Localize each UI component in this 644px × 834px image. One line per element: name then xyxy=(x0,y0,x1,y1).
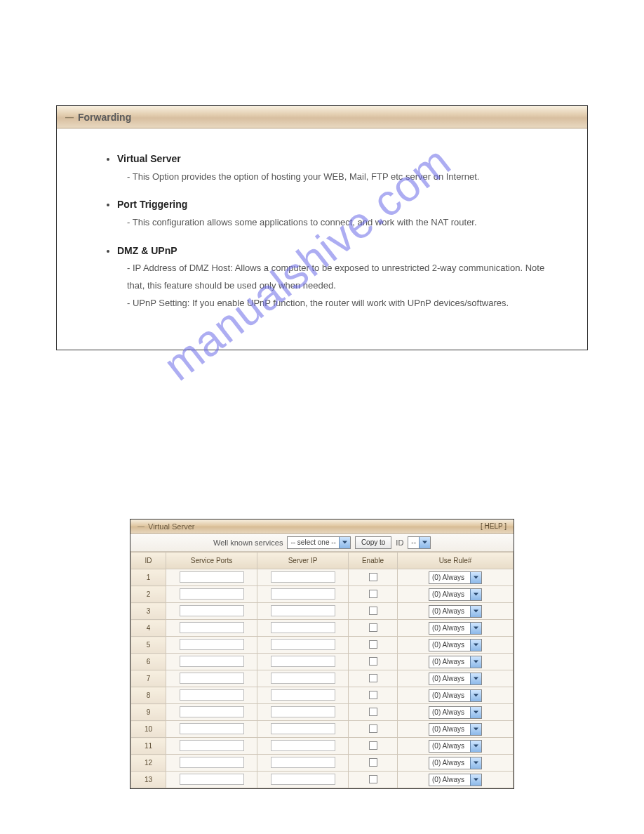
enable-checkbox[interactable] xyxy=(369,691,377,699)
service-ports-input[interactable] xyxy=(180,757,244,768)
chevron-down-icon xyxy=(470,690,481,701)
service-ports-input[interactable] xyxy=(180,723,244,734)
virtual-server-table: ID Service Ports Server IP Enable Use Ru… xyxy=(130,552,514,788)
cell-server-ip xyxy=(257,721,349,738)
row-id: 7 xyxy=(131,670,166,687)
row-id: 5 xyxy=(131,637,166,654)
chevron-down-icon xyxy=(470,757,481,769)
cell-use-rule: (0) Always xyxy=(398,755,514,772)
forwarding-panel: — Forwarding Virtual Server - This Optio… xyxy=(56,105,588,350)
service-ports-input[interactable] xyxy=(180,605,244,616)
table-row: 2(0) Always xyxy=(131,586,514,603)
use-rule-select[interactable]: (0) Always xyxy=(429,605,482,618)
server-ip-input[interactable] xyxy=(271,757,335,768)
virtual-server-toolbar: Well known services -- select one -- Cop… xyxy=(130,534,514,552)
collapse-icon[interactable]: — xyxy=(65,112,74,122)
service-ports-input[interactable] xyxy=(180,656,244,667)
cell-server-ip xyxy=(257,687,349,704)
forwarding-panel-header[interactable]: — Forwarding xyxy=(57,106,587,128)
cell-server-ip xyxy=(257,670,349,687)
server-ip-input[interactable] xyxy=(271,622,335,633)
cell-use-rule: (0) Always xyxy=(398,586,514,603)
use-rule-select[interactable]: (0) Always xyxy=(429,639,482,651)
use-rule-select[interactable]: (0) Always xyxy=(429,622,482,635)
select-value: (0) Always xyxy=(429,574,470,581)
table-row: 13(0) Always xyxy=(131,772,514,788)
server-ip-input[interactable] xyxy=(271,588,335,600)
service-ports-input[interactable] xyxy=(180,740,244,751)
enable-checkbox[interactable] xyxy=(369,724,377,733)
use-rule-select[interactable]: (0) Always xyxy=(429,588,482,601)
server-ip-input[interactable] xyxy=(271,605,335,616)
well-known-services-select[interactable]: -- select one -- xyxy=(287,536,350,549)
forwarding-title: Forwarding xyxy=(78,112,131,123)
cell-server-ip xyxy=(257,637,349,654)
forwarding-item-dmz-upnp: DMZ & UPnP - IP Address of DMZ Host: All… xyxy=(117,241,559,312)
select-value: (0) Always xyxy=(429,725,470,733)
use-rule-select[interactable]: (0) Always xyxy=(429,656,482,668)
enable-checkbox[interactable] xyxy=(369,758,377,767)
server-ip-input[interactable] xyxy=(271,689,335,701)
use-rule-select[interactable]: (0) Always xyxy=(429,689,482,702)
server-ip-input[interactable] xyxy=(271,639,335,650)
use-rule-select[interactable]: (0) Always xyxy=(429,571,482,584)
server-ip-input[interactable] xyxy=(271,723,335,734)
server-ip-input[interactable] xyxy=(271,706,335,717)
service-ports-input[interactable] xyxy=(180,774,244,785)
service-ports-input[interactable] xyxy=(180,706,244,717)
table-row: 7(0) Always xyxy=(131,670,514,687)
service-ports-input[interactable] xyxy=(180,588,244,600)
col-service-ports: Service Ports xyxy=(166,552,257,569)
use-rule-select[interactable]: (0) Always xyxy=(429,706,482,719)
service-ports-input[interactable] xyxy=(180,673,244,684)
cell-use-rule: (0) Always xyxy=(398,704,514,721)
select-value: (0) Always xyxy=(429,776,470,783)
enable-checkbox[interactable] xyxy=(369,674,377,682)
service-ports-input[interactable] xyxy=(180,639,244,650)
chevron-down-icon xyxy=(470,623,481,634)
virtual-server-panel: — Virtual Server [ HELP ] Well known ser… xyxy=(130,519,514,789)
server-ip-input[interactable] xyxy=(271,774,335,785)
enable-checkbox[interactable] xyxy=(369,708,377,716)
cell-server-ip xyxy=(257,569,349,586)
copy-to-button[interactable]: Copy to xyxy=(355,536,391,549)
select-value: (0) Always xyxy=(429,675,470,682)
enable-checkbox[interactable] xyxy=(369,590,377,598)
service-ports-input[interactable] xyxy=(180,571,244,583)
enable-checkbox[interactable] xyxy=(369,607,377,615)
server-ip-input[interactable] xyxy=(271,571,335,583)
use-rule-select[interactable]: (0) Always xyxy=(429,723,482,736)
item-desc: - This configuration allows some applica… xyxy=(117,214,559,232)
enable-checkbox[interactable] xyxy=(369,775,377,783)
enable-checkbox[interactable] xyxy=(369,640,377,649)
collapse-icon[interactable]: — xyxy=(137,522,145,530)
service-ports-input[interactable] xyxy=(180,689,244,701)
cell-use-rule: (0) Always xyxy=(398,637,514,654)
cell-use-rule: (0) Always xyxy=(398,670,514,687)
use-rule-select[interactable]: (0) Always xyxy=(429,740,482,753)
enable-checkbox[interactable] xyxy=(369,573,377,581)
cell-enable xyxy=(349,620,398,637)
server-ip-input[interactable] xyxy=(271,673,335,684)
help-link[interactable]: [ HELP ] xyxy=(481,522,507,530)
service-ports-input[interactable] xyxy=(180,622,244,633)
cell-use-rule: (0) Always xyxy=(398,687,514,704)
enable-checkbox[interactable] xyxy=(369,657,377,666)
enable-checkbox[interactable] xyxy=(369,623,377,632)
table-row: 1(0) Always xyxy=(131,569,514,586)
item-title: Virtual Server xyxy=(117,150,559,168)
use-rule-select[interactable]: (0) Always xyxy=(429,757,482,769)
server-ip-input[interactable] xyxy=(271,740,335,751)
use-rule-select[interactable]: (0) Always xyxy=(429,774,482,786)
enable-checkbox[interactable] xyxy=(369,741,377,750)
server-ip-input[interactable] xyxy=(271,656,335,667)
item-desc: - UPnP Setting: If you enable UPnP funct… xyxy=(117,295,559,312)
id-select[interactable]: -- xyxy=(408,536,431,549)
table-row: 10(0) Always xyxy=(131,721,514,738)
chevron-down-icon xyxy=(470,741,481,752)
cell-enable xyxy=(349,738,398,755)
well-known-services-label: Well known services xyxy=(213,538,283,547)
row-id: 3 xyxy=(131,603,166,620)
col-server-ip: Server IP xyxy=(257,552,349,569)
use-rule-select[interactable]: (0) Always xyxy=(429,673,482,685)
